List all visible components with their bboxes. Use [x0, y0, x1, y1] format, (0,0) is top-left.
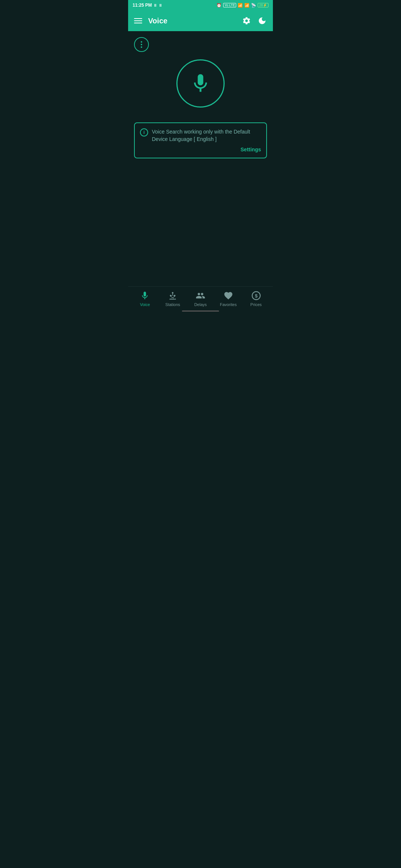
settings-icon[interactable]	[242, 16, 251, 26]
three-dots-icon	[141, 41, 142, 48]
info-box-top: i Voice Search working only with the Def…	[140, 128, 261, 143]
delays-tab-label: Delays	[194, 302, 207, 307]
media-icon-2: ⏸	[159, 3, 162, 7]
prices-icon: $	[251, 290, 261, 301]
info-settings-link[interactable]: Settings	[140, 147, 261, 152]
status-icons: ⏰ Yo LTE 📶 📶 📡 28⚡	[216, 3, 268, 8]
svg-text:$: $	[255, 293, 258, 299]
stations-icon	[167, 290, 178, 301]
alarm-icon: ⏰	[216, 3, 222, 8]
favorites-icon	[223, 290, 234, 301]
info-box: i Voice Search working only with the Def…	[134, 122, 267, 158]
delays-icon	[195, 290, 206, 301]
battery-icon: 28⚡	[258, 3, 268, 7]
status-time: 11:25 PM ⏸ ⏸	[133, 3, 162, 8]
tab-prices[interactable]: $ Prices	[242, 290, 270, 307]
voice-tab-label: Voice	[140, 302, 150, 307]
favorites-tab-label: Favorites	[220, 302, 237, 307]
lte-icon: Yo LTE	[223, 3, 236, 7]
status-bar: 11:25 PM ⏸ ⏸ ⏰ Yo LTE 📶 📶 📡 28⚡	[128, 0, 273, 10]
brightness-icon[interactable]	[257, 16, 267, 26]
tab-stations[interactable]: Stations	[159, 290, 187, 307]
home-indicator	[182, 310, 219, 312]
page-title: Voice	[148, 17, 167, 25]
svg-point-0	[172, 292, 173, 293]
app-bar: Voice	[128, 10, 273, 31]
mic-button[interactable]	[176, 59, 225, 108]
voice-icon	[140, 290, 150, 301]
mic-container	[134, 59, 267, 108]
bottom-nav: Voice Stations Delays F	[128, 286, 273, 313]
tab-favorites[interactable]: Favorites	[214, 290, 242, 307]
three-dot-menu[interactable]	[134, 37, 149, 52]
app-bar-right	[242, 16, 267, 26]
stations-tab-label: Stations	[165, 302, 180, 307]
tab-voice[interactable]: Voice	[131, 290, 159, 307]
app-bar-left: Voice	[134, 17, 167, 25]
tab-delays[interactable]: Delays	[187, 290, 215, 307]
info-icon: i	[140, 128, 148, 137]
info-message: Voice Search working only with the Defau…	[152, 128, 261, 143]
signal-icon: 📶	[238, 3, 243, 8]
hamburger-menu[interactable]	[134, 18, 142, 23]
signal-icon-2: 📶	[244, 3, 250, 8]
media-icon: ⏸	[153, 3, 157, 7]
wifi-icon: 📡	[251, 3, 256, 8]
main-content: i Voice Search working only with the Def…	[128, 31, 273, 164]
prices-tab-label: Prices	[250, 302, 262, 307]
time-text: 11:25 PM	[133, 3, 152, 8]
